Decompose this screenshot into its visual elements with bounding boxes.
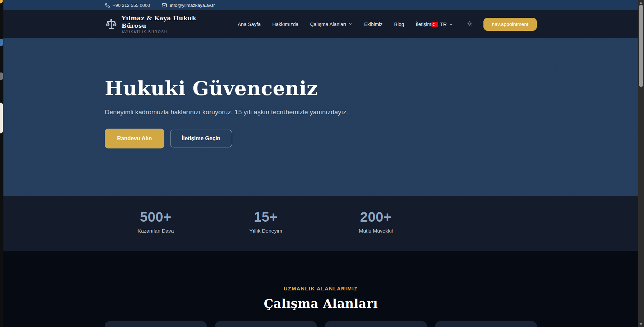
language-selector[interactable]: TR [431, 22, 453, 27]
scrollbar-thumb[interactable] [639, 5, 643, 87]
services-title: Çalışma Alanları [3, 297, 638, 311]
phone-contact[interactable]: +90 212 555 0000 [105, 3, 150, 8]
vertical-scrollbar[interactable] [638, 0, 644, 327]
stat-value: 15+ [215, 209, 317, 225]
nav-item-blog[interactable]: Blog [394, 22, 404, 27]
service-card[interactable] [325, 321, 427, 327]
phone-icon [105, 3, 110, 8]
left-edge-dock-strip [0, 0, 3, 327]
main-navbar: Yılmaz & Kaya Hukuk Bürosu AVUKATLIK BÜR… [3, 10, 638, 38]
nav-links: Ana Sayfa Hakkımızda Çalışma Alanları Ek… [238, 22, 431, 27]
nav-item-hakkimizda[interactable]: Hakkımızda [272, 22, 299, 27]
dock-blue-icon [0, 39, 3, 46]
dock-gray-icon [0, 73, 3, 80]
nav-item-calisma-alanlari[interactable]: Çalışma Alanları [310, 22, 353, 27]
iletisime-gecin-button[interactable]: İletişime Geçin [170, 130, 232, 147]
nav-item-ana-sayfa[interactable]: Ana Sayfa [238, 22, 261, 27]
stat-value: 500+ [105, 209, 207, 225]
brand-subtitle: AVUKATLIK BÜROSU [122, 30, 213, 34]
scroll-up-arrow[interactable] [640, 2, 642, 4]
stat-yillik-deneyim: 15+ Yıllık Deneyim [215, 209, 317, 234]
nav-item-ekibimiz[interactable]: Ekibimiz [364, 22, 382, 27]
brand-title: Yılmaz & Kaya Hukuk Bürosu [122, 15, 213, 30]
dock-white-panel [0, 103, 3, 133]
chevron-down-icon [348, 22, 352, 27]
stat-kazanilan-dava: 500+ Kazanılan Dava [105, 209, 207, 234]
scroll-down-arrow[interactable] [640, 323, 642, 325]
hero-title: Hukuki Güvenceniz [105, 78, 537, 99]
services-section: UZMANLIK ALANLARIMIZ Çalışma Alanları [3, 251, 638, 327]
service-card[interactable] [215, 321, 317, 327]
service-card[interactable] [105, 321, 207, 327]
nav-item-iletisim[interactable]: İletişim [416, 22, 431, 27]
appointment-button[interactable]: nav.appointment [483, 18, 537, 31]
scales-of-justice-icon [105, 18, 118, 31]
chevron-down-icon [449, 23, 453, 26]
theme-toggle-button[interactable] [467, 21, 472, 28]
stat-label: Kazanılan Dava [105, 228, 207, 234]
turkey-flag-icon [431, 22, 438, 27]
stat-value: 200+ [325, 209, 427, 225]
language-code: TR [440, 22, 447, 27]
stats-section: 500+ Kazanılan Dava 15+ Yıllık Deneyim 2… [3, 196, 638, 251]
service-card[interactable] [435, 321, 537, 327]
stat-mutlu-muvekkil: 200+ Mutlu Müvekkil [325, 209, 427, 234]
sun-icon [467, 21, 472, 28]
hero-subtitle: Deneyimli kadromuzla haklarınızı koruyor… [105, 108, 537, 116]
mail-icon [162, 3, 167, 8]
top-info-bar: +90 212 555 0000 info@yilmazkaya.av.tr [3, 0, 638, 10]
dock-yellow-icon [0, 0, 3, 3]
stat-label: Mutlu Müvekkil [325, 228, 427, 234]
hero-section: Hukuki Güvenceniz Deneyimli kadromuzla h… [3, 38, 638, 196]
service-cards-row [105, 321, 537, 327]
stat-label: Yıllık Deneyim [215, 228, 317, 234]
email-address: info@yilmazkaya.av.tr [170, 3, 215, 8]
services-eyebrow: UZMANLIK ALANLARIMIZ [3, 286, 638, 291]
brand-logo[interactable]: Yılmaz & Kaya Hukuk Bürosu AVUKATLIK BÜR… [105, 15, 213, 34]
browser-viewport: +90 212 555 0000 info@yilmazkaya.av.tr [3, 0, 638, 327]
randevu-alin-button[interactable]: Randevu Alın [105, 129, 164, 148]
email-contact[interactable]: info@yilmazkaya.av.tr [162, 3, 215, 8]
phone-number: +90 212 555 0000 [113, 3, 150, 8]
